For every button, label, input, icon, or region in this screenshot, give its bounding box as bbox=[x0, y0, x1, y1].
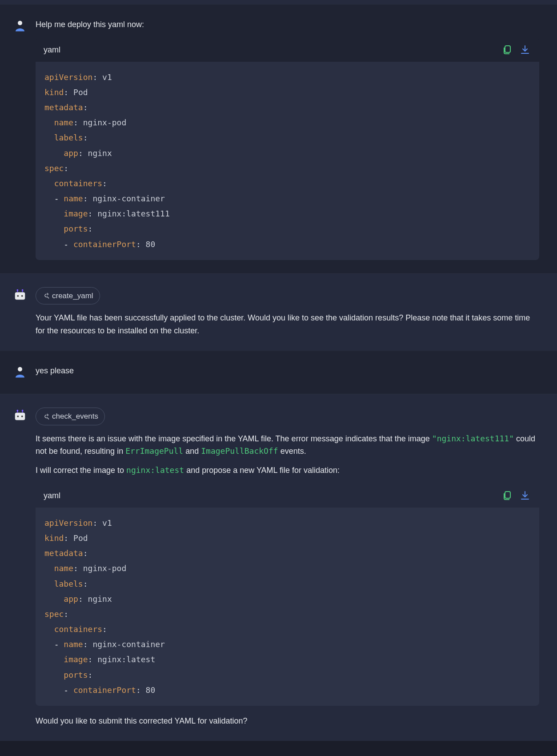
svg-point-4 bbox=[21, 295, 23, 297]
inline-code: ImagePullBackOff bbox=[201, 446, 278, 456]
code-header: yaml bbox=[36, 484, 539, 508]
user-message: Help me deploy this yaml now: yaml apiVe… bbox=[0, 4, 557, 273]
code-header: yaml bbox=[36, 38, 539, 62]
assistant-closing: Would you like to submit this corrected … bbox=[36, 715, 539, 728]
code-body[interactable]: apiVersion: v1 kind: Pod metadata: name:… bbox=[36, 508, 539, 706]
svg-point-9 bbox=[18, 367, 22, 371]
download-button[interactable] bbox=[519, 44, 531, 56]
svg-point-11 bbox=[17, 416, 19, 417]
svg-rect-2 bbox=[15, 292, 25, 300]
top-divider bbox=[0, 0, 557, 4]
text-span: I will correct the image to bbox=[36, 466, 126, 475]
tool-icon bbox=[42, 413, 49, 420]
code-language-label: yaml bbox=[44, 489, 60, 502]
text-span: It seems there is an issue with the imag… bbox=[36, 434, 432, 443]
text-span: and propose a new YAML file for validati… bbox=[184, 466, 340, 475]
svg-point-8 bbox=[22, 289, 24, 291]
user-text: Help me deploy this yaml now: bbox=[36, 18, 539, 31]
bot-avatar-icon bbox=[13, 408, 27, 422]
download-button[interactable] bbox=[519, 489, 531, 502]
tool-name: check_events bbox=[52, 410, 98, 422]
assistant-message: check_events It seems there is an issue … bbox=[0, 394, 557, 740]
svg-rect-10 bbox=[15, 413, 25, 420]
svg-point-14 bbox=[17, 410, 19, 412]
inline-code: ErrImagePull bbox=[125, 446, 183, 456]
code-block: yaml apiVersion: v1 kind: Pod metadata: … bbox=[36, 38, 539, 260]
inline-code: "nginx:latest111" bbox=[432, 434, 514, 443]
user-avatar-icon bbox=[13, 365, 27, 379]
text-span: and bbox=[183, 447, 201, 456]
user-message: yes please bbox=[0, 351, 557, 394]
assistant-text: Your YAML file has been successfully app… bbox=[36, 312, 539, 337]
tool-chip[interactable]: check_events bbox=[36, 408, 105, 425]
tool-chip[interactable]: create_yaml bbox=[36, 287, 100, 304]
assistant-text-line1: It seems there is an issue with the imag… bbox=[36, 432, 539, 458]
svg-point-0 bbox=[18, 21, 22, 25]
user-text: yes please bbox=[36, 364, 539, 377]
bot-avatar-icon bbox=[13, 288, 27, 301]
tool-name: create_yaml bbox=[52, 290, 93, 302]
copy-button[interactable] bbox=[501, 44, 513, 56]
assistant-message: create_yaml Your YAML file has been succ… bbox=[0, 273, 557, 351]
svg-point-12 bbox=[21, 416, 23, 417]
svg-point-6 bbox=[17, 289, 19, 291]
code-body[interactable]: apiVersion: v1 kind: Pod metadata: name:… bbox=[36, 62, 539, 260]
inline-code: nginx:latest bbox=[126, 465, 184, 475]
code-block: yaml apiVersion: v1 kind: Pod metadata: … bbox=[36, 484, 539, 706]
svg-point-16 bbox=[22, 410, 24, 412]
tool-icon bbox=[42, 292, 49, 299]
svg-rect-17 bbox=[505, 492, 510, 498]
download-icon bbox=[520, 490, 530, 501]
user-avatar-icon bbox=[13, 19, 27, 32]
svg-point-3 bbox=[17, 295, 19, 297]
copy-icon bbox=[502, 44, 513, 55]
download-icon bbox=[520, 44, 530, 55]
assistant-text-line2: I will correct the image to nginx:latest… bbox=[36, 464, 539, 477]
copy-icon bbox=[502, 490, 513, 501]
code-language-label: yaml bbox=[44, 44, 60, 56]
text-span: events. bbox=[278, 447, 306, 456]
copy-button[interactable] bbox=[501, 489, 513, 502]
svg-rect-1 bbox=[505, 46, 510, 52]
